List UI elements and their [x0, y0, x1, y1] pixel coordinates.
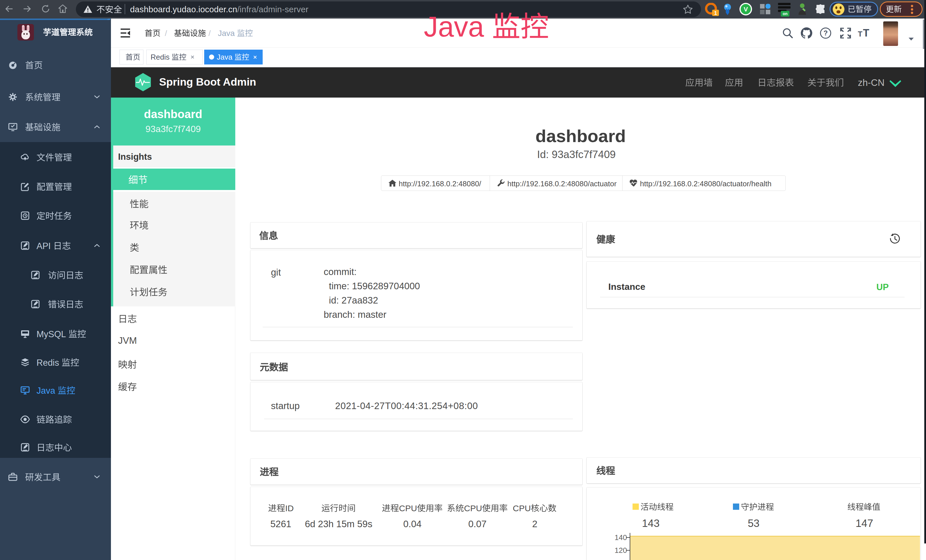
svg-text:Java: Java: [218, 29, 235, 38]
svg-text:Redis: Redis: [151, 53, 169, 61]
svg-text:MySQL: MySQL: [36, 329, 66, 339]
svg-text:CPU: CPU: [464, 504, 482, 513]
svg-text:on: on: [782, 11, 787, 16]
svg-text:T: T: [863, 28, 869, 38]
svg-text:140: 140: [614, 533, 627, 542]
svg-text:100: 100: [614, 559, 627, 560]
svg-text:6d 23h 15m 59s: 6d 23h 15m 59s: [305, 519, 372, 529]
svg-text:API: API: [36, 241, 51, 251]
svg-text:147: 147: [856, 518, 873, 529]
svg-text:0.07: 0.07: [468, 519, 487, 529]
svg-text:/: /: [165, 29, 167, 38]
svg-text:Java: Java: [424, 11, 484, 42]
svg-text:5261: 5261: [270, 519, 291, 529]
svg-text:Java: Java: [217, 53, 232, 61]
svg-text:143: 143: [642, 518, 660, 529]
svg-text:120: 120: [614, 546, 627, 555]
svg-text:/: /: [209, 29, 211, 38]
svg-text:V: V: [744, 6, 748, 13]
svg-text:T: T: [858, 30, 862, 38]
svg-text:ID: ID: [285, 504, 294, 513]
svg-text:2: 2: [532, 519, 537, 529]
svg-text:0.04: 0.04: [403, 519, 422, 529]
svg-text:Java: Java: [36, 386, 55, 396]
svg-text:CPU: CPU: [399, 504, 417, 513]
svg-text:53: 53: [748, 518, 760, 529]
svg-text:CPU: CPU: [513, 504, 531, 513]
svg-text:?: ?: [824, 29, 828, 37]
svg-text:Redis: Redis: [36, 358, 59, 368]
svg-text:1: 1: [714, 10, 717, 16]
